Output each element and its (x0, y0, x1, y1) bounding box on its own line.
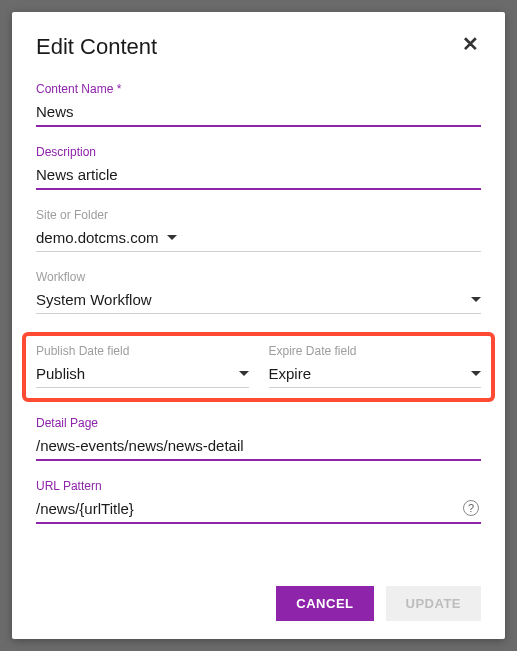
publish-date-label: Publish Date field (36, 344, 249, 358)
chevron-down-icon (167, 235, 177, 240)
date-fields-highlight: Publish Date field Publish Expire Date f… (22, 332, 495, 402)
publish-date-field: Publish Date field Publish (36, 344, 249, 388)
detail-page-field: Detail Page (36, 416, 481, 461)
content-name-label: Content Name * (36, 82, 481, 96)
description-input[interactable] (36, 163, 481, 190)
site-folder-select[interactable]: demo.dotcms.com (36, 226, 481, 252)
close-icon[interactable]: ✕ (460, 34, 481, 54)
expire-date-label: Expire Date field (269, 344, 482, 358)
site-folder-value: demo.dotcms.com (36, 229, 159, 246)
expire-date-field: Expire Date field Expire (269, 344, 482, 388)
content-name-input[interactable] (36, 100, 481, 127)
cancel-button[interactable]: CANCEL (276, 586, 373, 621)
url-pattern-label: URL Pattern (36, 479, 481, 493)
workflow-select[interactable]: System Workflow (36, 288, 481, 314)
chevron-down-icon (471, 371, 481, 376)
site-folder-label: Site or Folder (36, 208, 481, 222)
dialog-header: Edit Content ✕ (36, 34, 481, 60)
edit-content-dialog: Edit Content ✕ Content Name * Descriptio… (12, 12, 505, 639)
update-button[interactable]: UPDATE (386, 586, 481, 621)
workflow-field: Workflow System Workflow (36, 270, 481, 314)
url-pattern-field: URL Pattern ? (36, 479, 481, 524)
form-body: Content Name * Description Site or Folde… (36, 82, 481, 576)
expire-date-select[interactable]: Expire (269, 362, 482, 388)
detail-page-label: Detail Page (36, 416, 481, 430)
dialog-title: Edit Content (36, 34, 157, 60)
dialog-footer: CANCEL UPDATE (36, 586, 481, 621)
workflow-value: System Workflow (36, 291, 152, 308)
chevron-down-icon (239, 371, 249, 376)
description-label: Description (36, 145, 481, 159)
workflow-label: Workflow (36, 270, 481, 284)
site-folder-field: Site or Folder demo.dotcms.com (36, 208, 481, 252)
content-name-field: Content Name * (36, 82, 481, 127)
chevron-down-icon (471, 297, 481, 302)
publish-date-select[interactable]: Publish (36, 362, 249, 388)
expire-date-value: Expire (269, 365, 312, 382)
url-pattern-input[interactable] (36, 497, 481, 524)
help-icon[interactable]: ? (463, 500, 479, 516)
description-field: Description (36, 145, 481, 190)
publish-date-value: Publish (36, 365, 85, 382)
detail-page-input[interactable] (36, 434, 481, 461)
